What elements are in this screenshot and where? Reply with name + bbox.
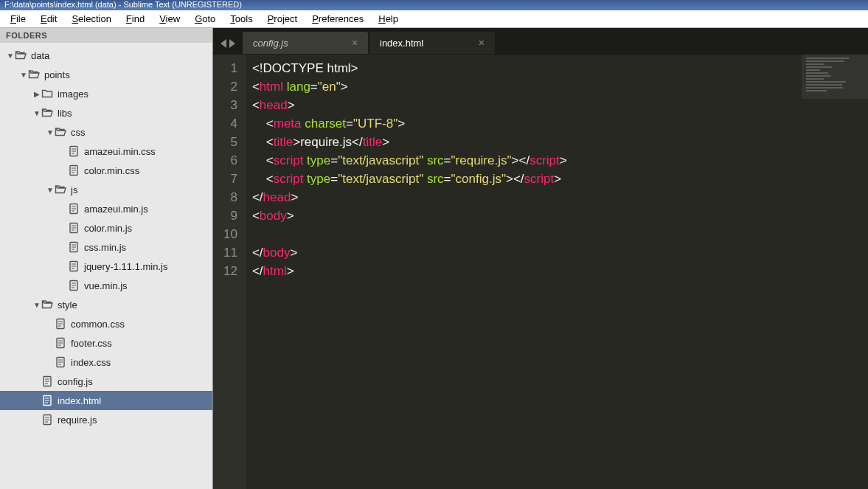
tree-node[interactable]: index.html [0,391,212,410]
folder-open-icon [28,69,40,80]
nav-forward-icon[interactable] [229,39,235,48]
menu-edit[interactable]: Edit [33,12,64,26]
tree-node-label: libs [58,108,72,119]
line-number: 10 [223,225,237,243]
expand-arrow-icon[interactable]: ▼ [46,128,55,136]
code-line[interactable] [252,225,567,243]
tree-node[interactable]: ▼data [0,46,212,65]
code-line[interactable]: </head> [252,188,567,207]
menu-file[interactable]: File [3,12,33,26]
file-icon [68,164,80,176]
menu-help[interactable]: Help [371,12,406,26]
menu-preferences[interactable]: Preferences [305,12,371,26]
nav-back-icon[interactable] [221,39,226,48]
tree-node[interactable]: ▼css [0,122,212,142]
sidebar-header: FOLDERS [0,28,212,43]
tree-node[interactable]: footer.css [0,333,212,353]
tree-node-label: style [58,299,77,311]
tree-node[interactable]: amazeui.min.css [0,142,212,161]
code-line[interactable]: <title>require.js</title> [252,133,567,151]
window-title: F:\data\points\index.html (data) - Subli… [4,0,242,9]
close-icon[interactable]: × [479,37,485,49]
expand-arrow-icon[interactable]: ▼ [32,109,41,117]
close-icon[interactable]: × [352,37,358,49]
tree-node-label: require.js [58,415,97,426]
tree-node[interactable]: ▼points [0,65,212,84]
file-icon [55,356,66,368]
code-editor[interactable]: 123456789101112 <!DOCTYPE html><html lan… [213,55,868,489]
tree-node-label: color.min.js [84,223,132,234]
code-line[interactable]: <script type="text/javascript" src="conf… [252,170,567,188]
code-line[interactable]: <html lang="en"> [252,77,567,96]
file-icon [41,414,53,426]
folder-tree[interactable]: ▼data▼points▶images▼libs▼cssamazeui.min.… [0,43,212,489]
code-line[interactable]: </html> [252,262,567,280]
code-line[interactable]: <script type="text/javascript" src="requ… [252,151,567,170]
tree-node-label: index.css [71,357,111,368]
sidebar: FOLDERS ▼data▼points▶images▼libs▼cssamaz… [0,28,212,489]
tree-node-label: common.css [71,319,125,330]
menu-view[interactable]: View [152,12,187,26]
tree-node-label: js [71,184,77,195]
folder-open-icon [15,49,27,61]
tree-node-label: amazeui.min.css [84,146,156,157]
tree-node[interactable]: ▶images [0,84,212,103]
line-number: 6 [223,151,237,170]
menu-bar: FileEditSelectionFindViewGotoToolsProjec… [0,10,868,28]
folder-open-icon [55,126,66,138]
code-lines[interactable]: <!DOCTYPE html><html lang="en"><head> <m… [246,55,567,489]
menu-tools[interactable]: Tools [223,12,260,26]
tree-node[interactable]: index.css [0,353,212,372]
editor-tab[interactable]: index.html× [369,32,495,54]
line-number: 4 [223,114,237,133]
tree-node[interactable]: config.js [0,372,212,391]
file-icon [68,145,80,157]
tree-node-label: jquery-1.11.1.min.js [84,261,167,272]
expand-arrow-icon[interactable]: ▶ [32,90,41,98]
file-icon [68,260,80,272]
line-number: 12 [223,262,237,280]
window-titlebar: F:\data\points\index.html (data) - Subli… [0,0,868,10]
file-icon [68,280,80,291]
minimap-content [806,58,864,93]
code-line[interactable]: <body> [252,207,567,225]
tree-node[interactable]: ▼js [0,180,212,199]
tree-node[interactable]: color.min.css [0,161,212,180]
tree-node[interactable]: css.min.js [0,237,212,257]
tree-node[interactable]: ▼libs [0,103,212,122]
expand-arrow-icon[interactable]: ▼ [6,52,15,60]
editor-tab[interactable]: config.js× [243,32,368,54]
tree-node[interactable]: amazeui.min.js [0,199,212,218]
code-line[interactable]: <meta charset="UTF-8"> [252,114,567,133]
menu-goto[interactable]: Goto [187,12,223,26]
code-line[interactable]: <head> [252,96,567,114]
line-number: 11 [223,243,237,262]
expand-arrow-icon[interactable]: ▼ [46,186,55,194]
code-line[interactable]: <!DOCTYPE html> [252,59,567,77]
file-icon [41,375,53,387]
file-icon [55,318,66,330]
folder-icon [41,88,53,100]
tree-node[interactable]: ▼style [0,295,212,314]
menu-find[interactable]: Find [119,12,152,26]
tree-node[interactable]: color.min.js [0,218,212,237]
tree-node[interactable]: jquery-1.11.1.min.js [0,257,212,276]
folder-open-icon [41,299,53,311]
tree-node-label: vue.min.js [84,280,128,291]
tree-node-label: amazeui.min.js [84,204,148,215]
line-number: 9 [223,207,237,225]
file-icon [68,203,80,215]
code-line[interactable]: </body> [252,243,567,262]
tree-node[interactable]: vue.min.js [0,276,212,295]
tree-node-label: css [71,127,86,138]
minimap[interactable] [802,55,868,489]
tree-node[interactable]: common.css [0,314,212,333]
file-icon [68,241,80,253]
expand-arrow-icon[interactable]: ▼ [32,301,41,309]
line-number: 1 [223,59,237,77]
tree-node[interactable]: require.js [0,410,212,429]
expand-arrow-icon[interactable]: ▼ [19,71,28,79]
menu-project[interactable]: Project [260,12,305,26]
menu-selection[interactable]: Selection [64,12,118,26]
tree-node-label: data [31,50,49,61]
